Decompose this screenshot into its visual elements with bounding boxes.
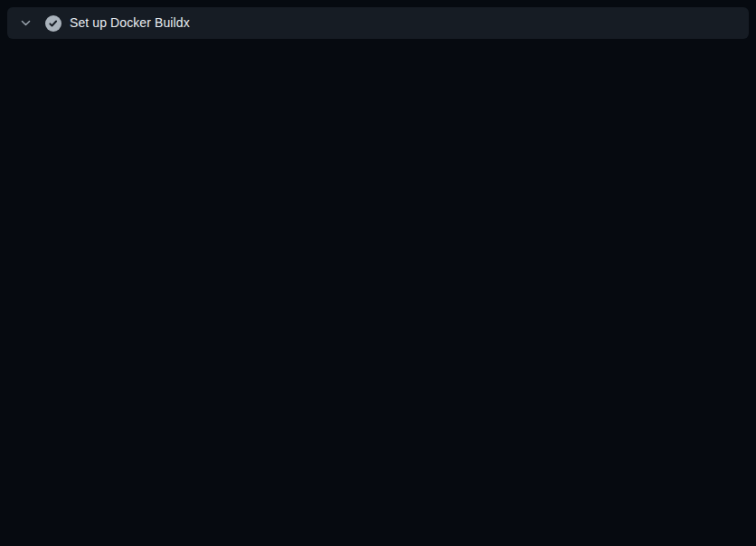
log-row: 129 } bbox=[7, 397, 749, 415]
log-row: 132 "driver": "docker-container", bbox=[7, 451, 749, 469]
chevron-down-icon bbox=[20, 17, 32, 29]
log-row: 133 "lastActivity": "2023-02-25T11:58:12… bbox=[7, 469, 749, 487]
step-header[interactable]: Set up Docker Buildx bbox=[7, 7, 749, 39]
log-row: 127 "buildkit": "v0.11.3", bbox=[7, 360, 749, 378]
log-row: 99builder-d9cfb5a1-c764-445a-a57e-0b19d2… bbox=[7, 177, 749, 195]
log-row[interactable]: 1▸Run ./ bbox=[7, 50, 749, 68]
log-row: 122 { bbox=[7, 268, 749, 287]
log-row: 131 "name": "builder-d9cfb5a1-c764-445a-… bbox=[7, 433, 749, 451]
log-row: 134} bbox=[7, 488, 749, 506]
log-row: 124 "endpoint": "unix:///var/run/docker.… bbox=[7, 306, 749, 324]
log-row: 125 "status": "running", bbox=[7, 324, 749, 342]
log-row: 98/usr/bin/docker buildx create --name b… bbox=[7, 159, 749, 177]
log-row: 121 "nodes": [ bbox=[7, 250, 749, 268]
log-row[interactable]: 119▾Inspect builder bbox=[7, 214, 749, 232]
log-row: 130 ], bbox=[7, 415, 749, 433]
log-row[interactable]: 97▾Creating a new builder instance bbox=[7, 141, 749, 159]
log-viewer: Set up Docker Buildx 1▸Run ./ 7▸Docker i… bbox=[0, 0, 756, 546]
log-row: 126 "buildkitd-flags": "--allow-insecure… bbox=[7, 342, 749, 360]
check-circle-icon bbox=[45, 15, 61, 32]
log-row[interactable]: 100▸Booting builder bbox=[7, 196, 749, 214]
log-row: 96github.com/docker/buildx 0.10.3+azure-… bbox=[7, 123, 749, 141]
log-row: 136builder-d9cfb5a1-c764-445a-a57e-0b19d… bbox=[7, 524, 749, 542]
log-row[interactable]: 94▾Buildx version bbox=[7, 86, 749, 104]
log-row[interactable]: 135▾BuildKit version bbox=[7, 506, 749, 524]
log-row: 128 "platforms": "linux/amd64,linux/amd6… bbox=[7, 378, 749, 396]
log-row: 95/usr/bin/docker buildx version bbox=[7, 105, 749, 123]
log-row: 123 "name": "builder-d9cfb5a1-c764-445a-… bbox=[7, 287, 749, 305]
log-row: 120{ bbox=[7, 232, 749, 250]
log-container: 1▸Run ./ 7▸Docker info 94▾Buildx version… bbox=[7, 39, 749, 542]
log-row[interactable]: 7▸Docker info bbox=[7, 68, 749, 86]
step-title: Set up Docker Buildx bbox=[70, 7, 190, 39]
